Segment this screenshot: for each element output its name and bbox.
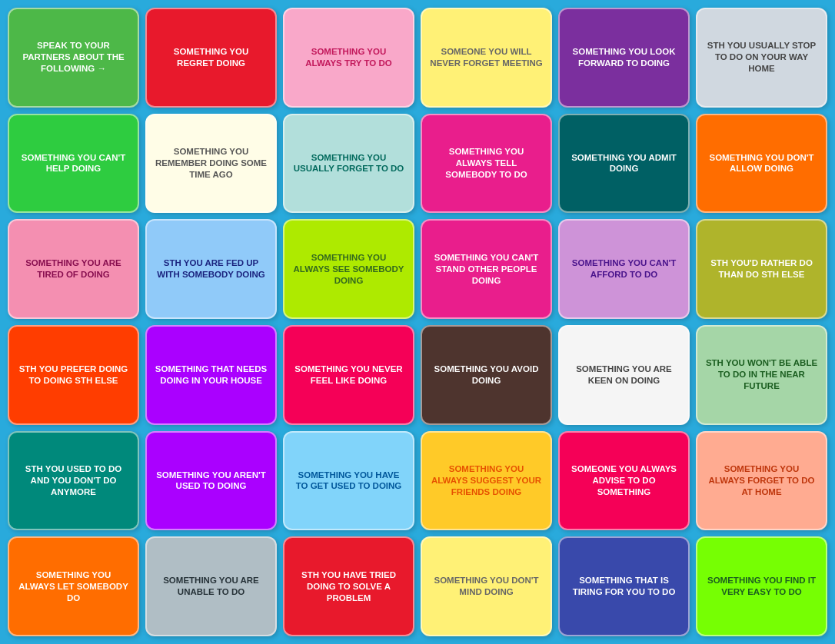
card-c25[interactable]: STH YOU USED TO DO AND YOU DON'T DO ANYM… [8, 431, 139, 531]
card-c7[interactable]: SOMETHING YOU CAN'T HELP DOING [8, 114, 139, 214]
card-c21[interactable]: SOMETHING YOU NEVER FEEL LIKE DOING [283, 325, 414, 425]
card-c36[interactable]: SOMETHING YOU FIND IT VERY EASY TO DO [696, 536, 827, 636]
card-c13[interactable]: SOMETHING YOU ARE TIRED OF DOING [8, 219, 139, 319]
card-c23[interactable]: SOMETHING YOU ARE KEEN ON DOING [558, 325, 690, 425]
card-c29[interactable]: SOMEONE YOU ALWAYS ADVISE TO DO SOMETHIN… [558, 431, 690, 531]
card-c33[interactable]: STH YOU HAVE TRIED DOING TO SOLVE A PROB… [283, 536, 414, 636]
card-c32[interactable]: SOMETHING YOU ARE UNABLE TO DO [145, 536, 277, 636]
card-c9[interactable]: SOMETHING YOU USUALLY FORGET TO DO [283, 114, 414, 214]
card-c10[interactable]: SOMETHING YOU ALWAYS TELL SOMEBODY TO DO [421, 114, 552, 214]
card-c24[interactable]: STH YOU WON'T BE ABLE TO DO IN THE NEAR … [696, 325, 827, 425]
card-c28[interactable]: SOMETHING YOU ALWAYS SUGGEST YOUR FRIEND… [421, 431, 552, 531]
card-c15[interactable]: SOMETHING YOU ALWAYS SEE SOMEBODY DOING [283, 219, 414, 319]
card-c2[interactable]: SOMETHING YOU REGRET DOING [145, 8, 277, 108]
card-c6[interactable]: STH YOU USUALLY STOP TO DO ON YOUR WAY H… [696, 8, 827, 108]
card-c12[interactable]: SOMETHING YOU DON'T ALLOW DOING [696, 114, 827, 214]
card-c11[interactable]: SOMETHING YOU ADMIT DOING [558, 114, 690, 214]
card-c35[interactable]: SOMETHING THAT IS TIRING FOR YOU TO DO [558, 536, 690, 636]
card-grid: SPEAK TO YOUR PARTNERS ABOUT THE FOLLOWI… [8, 8, 827, 636]
card-c26[interactable]: SOMETHING YOU AREN'T USED TO DOING [145, 431, 277, 531]
card-c14[interactable]: STH YOU ARE FED UP WITH SOMEBODY DOING [145, 219, 277, 319]
card-c34[interactable]: SOMETHING YOU DON'T MIND DOING [421, 536, 552, 636]
card-c4[interactable]: SOMEONE YOU WILL NEVER FORGET MEETING [421, 8, 552, 108]
card-c17[interactable]: SOMETHING YOU CAN'T AFFORD TO DO [558, 219, 690, 319]
card-c18[interactable]: STH YOU'D RATHER DO THAN DO STH ELSE [696, 219, 827, 319]
card-c20[interactable]: SOMETHING THAT NEEDS DOING IN YOUR HOUSE [145, 325, 277, 425]
card-c1[interactable]: SPEAK TO YOUR PARTNERS ABOUT THE FOLLOWI… [8, 8, 139, 108]
card-c8[interactable]: SOMETHING YOU REMEMBER DOING SOME TIME A… [145, 114, 277, 214]
card-c31[interactable]: SOMETHING YOU ALWAYS LET SOMEBODY DO [8, 536, 139, 636]
card-c5[interactable]: SOMETHING YOU LOOK FORWARD TO DOING [558, 8, 690, 108]
card-c30[interactable]: SOMETHING YOU ALWAYS FORGET TO DO AT HOM… [696, 431, 827, 531]
card-c3[interactable]: SOMETHING YOU ALWAYS TRY TO DO [283, 8, 414, 108]
card-c22[interactable]: SOMETHING YOU AVOID DOING [421, 325, 552, 425]
card-c16[interactable]: SOMETHING YOU CAN'T STAND OTHER PEOPLE D… [421, 219, 552, 319]
card-c27[interactable]: SOMETHING YOU HAVE TO GET USED TO DOING [283, 431, 414, 531]
card-c19[interactable]: STH YOU PREFER DOING TO DOING STH ELSE [8, 325, 139, 425]
